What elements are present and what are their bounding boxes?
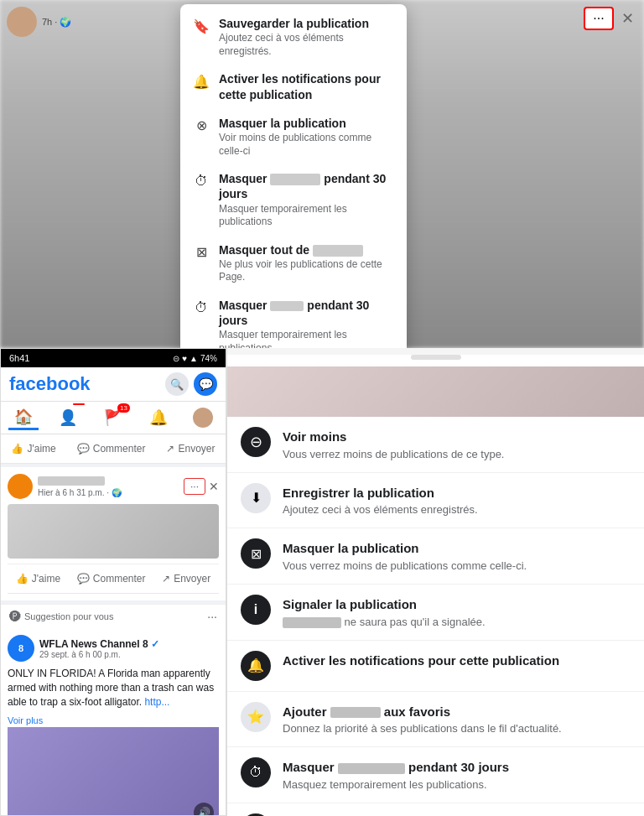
left-phone: 6h41 ⊝ ♥ ▲ 74% facebook 🔍 💬 🏠 👤 🚩 [0,348,226,816]
menu-item-snooze-page[interactable]: ⏱ Masquer pendant 30 jours Masquer tempo… [180,291,407,348]
menu-item-subtitle: Masquer temporairement les publications [219,203,395,229]
wfla-meta: WFLA News Channel 8 ✓ 29 sept. à 6 h 00 … [39,638,159,659]
share-button[interactable]: ↗ Envoyer [159,439,221,458]
battery-level: 74% [200,354,217,363]
post-comment-button[interactable]: 💬 Commenter [70,569,153,588]
menu-item-title: Masquer tout de [219,242,395,257]
bell-icon: 🔔 [192,72,210,91]
menu-item-hide-post[interactable]: ⊗ Masquer la publication Voir moins de p… [180,109,407,164]
right-panel-inner: ⊖ Voir moins Vous verrez moins de public… [227,355,644,816]
x-square-icon: ⊠ [192,243,210,262]
post-bottom-actions: 👍 J'aime 💬 Commenter ↗ Envoyer [8,564,219,594]
wfla-post: 8 WFLA News Channel 8 ✓ 29 sept. à 6 h 0… [1,628,226,816]
search-button[interactable]: 🔍 [165,372,189,396]
panel-item-snooze-long[interactable]: ⏱ Masquer pendant 30 jours Masquez tempo… [227,747,644,803]
menu-item-notifications[interactable]: 🔔 Activer les notifications pour cette p… [180,65,407,108]
wfla-name: WFLA News Channel 8 ✓ [39,638,159,650]
download-icon: ⬇ [241,483,271,513]
minus-circle-icon: ⊖ [241,427,271,457]
post-author-area: 7h · 🌍 [7,7,71,37]
comment-button[interactable]: 💬 Commenter [70,439,153,458]
bookmark-icon: 🔖 [192,17,210,35]
menu-item-subtitle: Masquer temporairement les publications [219,329,395,348]
panel-item-title: Signaler la publication [283,596,631,613]
nav-notifications[interactable]: 🔔 [143,405,174,430]
clock-icon: ⏱ [192,299,210,317]
fb-nav: 🏠 👤 🚩 13 🔔 [1,402,226,434]
post-header-actions: ··· ✕ [184,478,219,495]
panel-item-title: Ajouter aux favoris [283,704,631,720]
menu-item-subtitle: Ajoutez ceci à vos éléments enregistrés. [219,32,395,58]
x-circle-icon: ⊗ [192,117,210,135]
menu-item-snooze-person[interactable]: ⏱ Masquer pendant 30 jours Masquer tempo… [180,164,407,236]
post-card: Hier à 6 h 31 p.m. · 🌍 ··· ✕ 👍 J'aime 💬 … [1,467,226,600]
panel-item-favorite[interactable]: ⭐ Ajouter aux favoris Donnez la priorité… [227,692,644,748]
panel-item-report[interactable]: i Signaler la publication ne saura pas q… [227,585,644,641]
wfla-avatar: 8 [8,635,34,662]
suggestion-label: 🅟 Suggestion pour vous [9,610,113,623]
messenger-button[interactable]: 💬 [194,372,217,396]
panel-item-save[interactable]: ⬇ Enregistrer la publication Ajoutez cec… [227,473,644,529]
bell-icon: 🔔 [241,651,271,681]
panel-item-voir-moins[interactable]: ⊖ Voir moins Vous verrez moins de public… [227,417,644,473]
nav-profile[interactable]: 👤 [53,405,83,430]
top-section: 7h · 🌍 ··· ✕ 🔖 Sauvegarder la publicatio… [0,0,644,348]
post-meta: Hier à 6 h 31 p.m. · 🌍 [38,476,179,497]
post-actions-bar: 👍 J'aime 💬 Commenter ↗ Envoyer [1,434,226,464]
wfla-text: ONLY IN FLORIDA! A Florida man apparentl… [8,667,219,709]
panel-item-title: Masquer pendant 30 jours [283,759,631,776]
suggestion-more-button[interactable]: ··· [207,610,217,623]
status-bar: 6h41 ⊝ ♥ ▲ 74% [1,349,226,367]
post-avatar [8,474,33,499]
panel-item-hide-all[interactable]: ⊗ Tout masquer de Ne plus voir les publi… [227,803,644,816]
menu-item-save[interactable]: 🔖 Sauvegarder la publication Ajoutez cec… [180,9,407,65]
fb-header: facebook 🔍 💬 [1,367,226,402]
more-options-button[interactable]: ··· [584,7,614,30]
post-close-button[interactable]: ✕ [209,480,219,493]
close-button[interactable]: ✕ [617,8,637,29]
panel-item-subtitle: Vous verrez moins de publications de ce … [283,447,631,462]
right-image-preview [227,366,644,417]
post-share-button[interactable]: ↗ Envoyer [155,569,217,588]
post-like-button[interactable]: 👍 J'aime [9,569,67,588]
nav-home[interactable]: 🏠 [8,405,39,430]
wfla-link[interactable]: http... [144,696,169,708]
panel-item-subtitle: Masquez temporairement les publications. [283,777,631,793]
panel-item-subtitle: Donnez la priorité à ses publications da… [283,721,631,736]
post-timestamp: Hier à 6 h 31 p.m. · 🌍 [38,488,179,497]
menu-item-subtitle: Ne plus voir les publications de cette P… [219,258,395,284]
avatar [7,7,37,37]
voir-plus-link[interactable]: Voir plus [8,715,43,725]
panel-item-subtitle: Vous verrez moins de publications comme … [283,559,631,574]
menu-item-hide-all[interactable]: ⊠ Masquer tout de Ne plus voir les publi… [180,236,407,291]
dropdown-header-icons: ··· ✕ [584,7,637,30]
drag-bar [411,355,461,360]
status-time: 6h41 [9,353,29,363]
panel-item-title: Activer les notifications pour cette pub… [283,652,631,669]
post-more-button[interactable]: ··· [184,478,205,495]
panel-item-hide-post[interactable]: ⊠ Masquer la publication Vous verrez moi… [227,528,644,585]
context-menu: 🔖 Sauvegarder la publication Ajoutez cec… [180,4,407,348]
star-icon: ⭐ [241,702,271,732]
post-image [8,504,219,559]
panel-item-subtitle: ne saura pas qu'il a signalée. [283,615,631,630]
nav-menu[interactable] [188,405,218,430]
panel-item-title: Enregistrer la publication [283,485,631,502]
facebook-logo: facebook [9,373,91,395]
info-icon: i [241,595,271,625]
menu-item-title: Sauvegarder la publication [219,16,395,31]
nav-flag[interactable]: 🚩 13 [98,405,128,430]
clock-icon: ⏱ [192,172,210,190]
right-panel: ⊖ Voir moins Vous verrez moins de public… [226,348,644,816]
post-header: Hier à 6 h 31 p.m. · 🌍 ··· ✕ [8,474,219,499]
x-box-icon: ⊠ [241,538,271,569]
panel-item-title: Masquer la publication [283,540,631,557]
panel-item-notifications[interactable]: 🔔 Activer les notifications pour cette p… [227,641,644,692]
wfla-image: 🔊 [8,727,219,816]
like-button[interactable]: 👍 J'aime [4,439,62,458]
bottom-section: 6h41 ⊝ ♥ ▲ 74% facebook 🔍 💬 🏠 👤 🚩 [0,348,644,816]
panel-item-title: Voir moins [283,429,631,445]
menu-item-title: Masquer pendant 30 jours [219,298,395,328]
menu-item-title: Activer les notifications pour cette pub… [219,71,395,101]
wfla-header: 8 WFLA News Channel 8 ✓ 29 sept. à 6 h 0… [8,635,219,662]
